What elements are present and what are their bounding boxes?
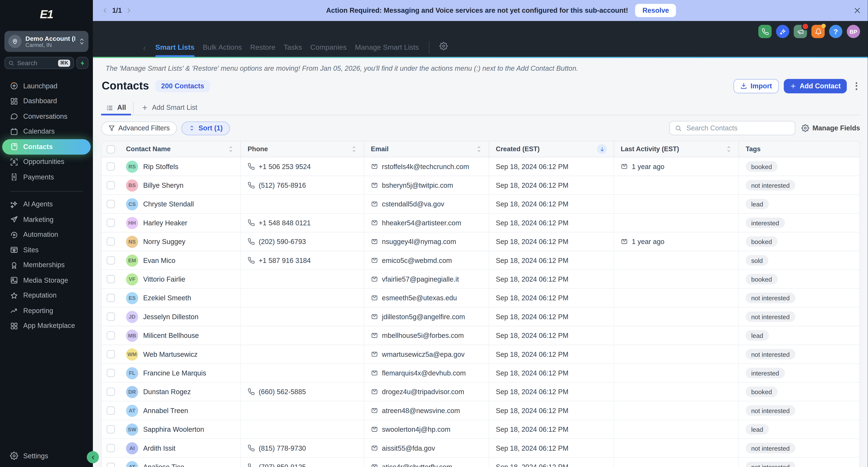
sidebar-item-automation[interactable]: Automation xyxy=(0,227,93,242)
table-row[interactable]: BS Billye Sheryn (512) 765-8916 bsheryn5… xyxy=(102,176,860,195)
sort-button[interactable]: Sort (1) xyxy=(181,121,230,135)
table-row[interactable]: RS Rip Stoffels +1 506 253 9524 rstoffel… xyxy=(102,157,860,176)
contact-name[interactable]: Web Martusewicz xyxy=(143,351,197,358)
tag-pill[interactable]: not interested xyxy=(746,180,795,191)
contact-name[interactable]: Dunstan Rogez xyxy=(143,388,191,395)
contact-name[interactable]: Sapphira Woolerton xyxy=(143,425,204,433)
table-row[interactable]: EM Evan Mico +1 587 916 3184 emico5c@web… xyxy=(102,251,860,270)
column-contact-name[interactable]: Contact Name xyxy=(120,141,241,157)
contact-name[interactable]: Analiese Tice xyxy=(143,463,184,467)
tag-pill[interactable]: not interested xyxy=(746,293,795,303)
tag-pill[interactable]: not interested xyxy=(746,311,795,322)
tag-pill[interactable]: booked xyxy=(746,274,777,285)
contact-name[interactable]: Norry Suggey xyxy=(143,238,185,245)
tag-pill[interactable]: lead xyxy=(746,330,769,341)
announcements-button[interactable] xyxy=(794,25,807,38)
tab-manage-smart-lists[interactable]: Manage Smart Lists xyxy=(355,43,419,57)
table-row[interactable]: AT Annabel Treen atreen48@newsvine.com S… xyxy=(102,401,860,420)
contact-name[interactable]: Jesselyn Dilleston xyxy=(143,313,198,321)
contact-name[interactable]: Chryste Stendall xyxy=(143,200,194,208)
row-checkbox[interactable] xyxy=(107,256,115,264)
resolve-button[interactable]: Resolve xyxy=(635,4,676,17)
prev-banner-icon[interactable] xyxy=(102,7,108,14)
table-row[interactable]: AI Ardith Issit (815) 778-9730 aissit55@… xyxy=(102,439,860,458)
advanced-filters-button[interactable]: Advanced Filters xyxy=(101,121,177,135)
tab-all[interactable]: All xyxy=(101,100,131,115)
sidebar-item-memberships[interactable]: Memberships xyxy=(0,258,93,273)
next-banner-icon[interactable] xyxy=(126,7,132,14)
table-row[interactable]: FL Francine Le Marquis flemarquis4x@devh… xyxy=(102,364,860,382)
tab-bulk-actions[interactable]: Bulk Actions xyxy=(203,43,242,57)
column-phone[interactable]: Phone xyxy=(241,141,364,157)
actions-kebab-menu[interactable] xyxy=(853,80,860,92)
notifications-button[interactable] xyxy=(811,25,825,38)
contact-name[interactable]: Ardith Issit xyxy=(143,444,175,452)
column-created[interactable]: Created (EST) xyxy=(489,141,614,157)
tab-restore[interactable]: Restore xyxy=(250,43,275,57)
sidebar-item-sites[interactable]: Sites xyxy=(0,242,93,258)
row-checkbox[interactable] xyxy=(107,406,115,415)
tag-pill[interactable]: lead xyxy=(746,424,769,434)
manage-fields-button[interactable]: Manage Fields xyxy=(802,124,860,132)
phone-dialer-button[interactable] xyxy=(758,25,772,38)
banner-close-icon[interactable] xyxy=(853,7,861,14)
table-row[interactable]: ES Ezekiel Smeeth esmeeth5e@utexas.edu S… xyxy=(102,289,860,307)
sort-icon[interactable] xyxy=(476,145,482,153)
tab-smart-lists[interactable]: Smart Lists xyxy=(155,43,194,57)
tab-settings-gear-icon[interactable] xyxy=(439,42,447,57)
contact-name[interactable]: Francine Le Marquis xyxy=(143,369,206,377)
sidebar-item-calendars[interactable]: Calendars xyxy=(0,124,93,139)
table-row[interactable]: HH Harley Heaker +1 548 848 0121 hheaker… xyxy=(102,214,860,232)
add-smart-list-button[interactable]: Add Smart List xyxy=(136,100,203,115)
sidebar-item-ai-agents[interactable]: AI Agents xyxy=(0,197,93,212)
row-checkbox[interactable] xyxy=(107,275,115,283)
sort-icon[interactable] xyxy=(726,145,732,153)
sidebar-item-reputation[interactable]: Reputation xyxy=(0,288,93,303)
table-row[interactable]: SW Sapphira Woolerton swoolerton4j@hp.co… xyxy=(102,420,860,439)
column-last-activity[interactable]: Last Activity (EST) xyxy=(614,141,739,157)
contact-name[interactable]: Vittorio Fairlie xyxy=(143,275,185,283)
tag-pill[interactable]: not interested xyxy=(746,349,795,359)
ai-assistant-button[interactable] xyxy=(776,25,789,38)
table-row[interactable]: VF Vittorio Fairlie vfairlie57@paginegia… xyxy=(102,270,860,289)
table-row[interactable]: AT Analiese Tice (707) 850-9125 atice4r@… xyxy=(102,458,860,467)
column-tags[interactable]: Tags xyxy=(739,141,860,157)
row-checkbox[interactable] xyxy=(107,331,115,340)
contact-name[interactable]: Harley Heaker xyxy=(143,219,187,227)
sidebar-item-payments[interactable]: $ Payments xyxy=(0,169,93,185)
tabs-scroll-left-icon[interactable] xyxy=(142,46,147,57)
contact-name[interactable]: Milicent Bellhouse xyxy=(143,332,199,339)
sidebar-item-marketing[interactable]: Marketing xyxy=(0,212,93,227)
sort-desc-icon[interactable] xyxy=(597,144,607,154)
tag-pill[interactable]: not interested xyxy=(746,443,795,453)
help-button[interactable]: ? xyxy=(829,25,842,38)
sidebar-item-contacts[interactable]: Contacts xyxy=(2,139,91,155)
table-row[interactable]: MB Milicent Bellhouse mbellhouse5i@forbe… xyxy=(102,326,860,345)
sidebar-item-opportunities[interactable]: Opportunities xyxy=(0,155,93,170)
user-avatar[interactable]: BP xyxy=(847,25,860,38)
row-checkbox[interactable] xyxy=(107,444,115,452)
table-row[interactable]: CS Chryste Stendall cstendall5d@va.gov S… xyxy=(102,195,860,214)
table-row[interactable]: JD Jesselyn Dilleston jdilleston5g@angel… xyxy=(102,307,860,326)
tag-pill[interactable]: booked xyxy=(746,387,777,397)
row-checkbox[interactable] xyxy=(107,181,115,190)
contact-name[interactable]: Ezekiel Smeeth xyxy=(143,294,191,302)
row-checkbox[interactable] xyxy=(107,369,115,377)
sidebar-item-app-marketplace[interactable]: App Marketplace xyxy=(0,318,93,334)
table-row[interactable]: NS Norry Suggey (202) 590-6793 nsuggey4l… xyxy=(102,233,860,251)
row-checkbox[interactable] xyxy=(107,200,115,208)
sidebar-search-input[interactable]: Search ⌘K xyxy=(4,57,74,69)
row-checkbox[interactable] xyxy=(107,237,115,246)
tag-pill[interactable]: interested xyxy=(746,218,784,228)
sidebar-item-reporting[interactable]: Reporting xyxy=(0,303,93,318)
search-contacts-input[interactable]: Search Contacts xyxy=(669,121,795,135)
contact-name[interactable]: Annabel Treen xyxy=(143,407,188,414)
tab-tasks[interactable]: Tasks xyxy=(284,43,302,57)
sidebar-item-conversations[interactable]: Conversations xyxy=(0,109,93,124)
tag-pill[interactable]: interested xyxy=(746,368,784,378)
tag-pill[interactable]: not interested xyxy=(746,405,795,415)
sidebar-item-dashboard[interactable]: Dashboard xyxy=(0,94,93,109)
tag-pill[interactable]: booked xyxy=(746,236,777,247)
tag-pill[interactable]: sold xyxy=(746,255,768,265)
import-button[interactable]: Import xyxy=(734,79,779,93)
